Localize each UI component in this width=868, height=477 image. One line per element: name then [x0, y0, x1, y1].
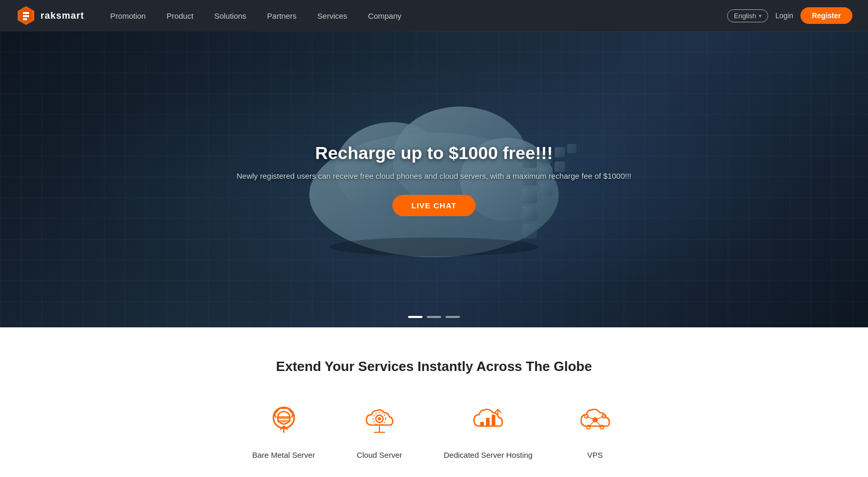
svg-rect-2: [23, 12, 29, 14]
chevron-down-icon: ▾: [759, 13, 761, 19]
service-item-cloud[interactable]: Cloud Server: [357, 401, 402, 459]
login-link[interactable]: Login: [775, 11, 793, 20]
language-label: English: [734, 12, 756, 20]
service-item-bare-metal[interactable]: Bare Metal Server: [252, 401, 315, 459]
service-label-vps: VPS: [587, 451, 603, 459]
service-item-vps[interactable]: VPS: [574, 401, 616, 459]
svg-rect-33: [492, 415, 495, 426]
logo-text: raksmart: [41, 10, 84, 21]
hero-slider-dots: [408, 316, 460, 318]
hero-title: Recharge up to $1000 free!!!: [236, 143, 632, 163]
dedicated-server-icon: [467, 401, 509, 442]
hero-subtitle: Newly registered users can receive free …: [236, 171, 632, 180]
service-item-dedicated[interactable]: Dedicated Server Hosting: [444, 401, 533, 459]
services-grid: Bare Metal Server Cloud Server: [21, 401, 847, 459]
nav-solutions[interactable]: Solutions: [204, 0, 257, 31]
services-title: Extend Your Services Instantly Across Th…: [21, 359, 847, 375]
nav-company[interactable]: Company: [358, 0, 412, 31]
svg-rect-23: [277, 416, 291, 419]
service-label-dedicated: Dedicated Server Hosting: [444, 451, 533, 459]
nav-links: Promotion Product Solutions Partners Ser…: [100, 0, 727, 31]
svg-rect-31: [480, 422, 484, 426]
nav-product[interactable]: Product: [156, 0, 204, 31]
bare-metal-server-icon: [263, 401, 305, 442]
nav-promotion[interactable]: Promotion: [100, 0, 156, 31]
svg-rect-3: [23, 15, 29, 17]
service-label-cloud: Cloud Server: [357, 451, 402, 459]
service-label-bare-metal: Bare Metal Server: [252, 451, 315, 459]
services-section: Extend Your Services Instantly Across Th…: [0, 327, 868, 477]
navbar: raksmart Promotion Product Solutions Par…: [0, 0, 868, 31]
slider-dot-2[interactable]: [427, 316, 441, 318]
hero-section: Recharge up to $1000 free!!! Newly regis…: [0, 31, 868, 327]
nav-services[interactable]: Services: [307, 0, 358, 31]
svg-point-27: [378, 417, 381, 420]
logo[interactable]: raksmart: [16, 5, 84, 26]
svg-rect-24: [277, 420, 291, 422]
navbar-right: English ▾ Login Register: [727, 7, 852, 24]
live-chat-button[interactable]: LIVE CHAT: [392, 195, 475, 216]
cloud-server-icon: [359, 401, 400, 442]
svg-rect-4: [23, 18, 27, 20]
register-button[interactable]: Register: [800, 7, 852, 24]
language-selector[interactable]: English ▾: [727, 9, 768, 22]
slider-dot-3[interactable]: [445, 316, 460, 318]
svg-rect-32: [486, 418, 490, 426]
logo-icon: [16, 5, 36, 26]
hero-text-block: Recharge up to $1000 free!!! Newly regis…: [236, 143, 632, 216]
slider-dot-1[interactable]: [408, 316, 423, 318]
vps-icon: [574, 401, 616, 442]
nav-partners[interactable]: Partners: [257, 0, 307, 31]
